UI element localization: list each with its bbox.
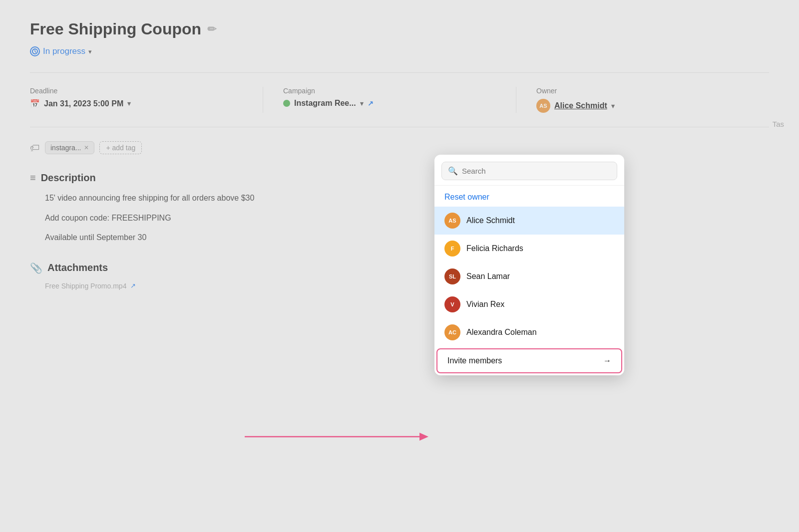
member-avatar: SL — [444, 268, 460, 284]
search-icon: 🔍 — [448, 166, 458, 176]
arrow-annotation — [245, 427, 434, 449]
member-item[interactable]: SL Sean Lamar — [434, 263, 624, 290]
member-name: Alice Schmidt — [466, 216, 515, 225]
member-item[interactable]: AS Alice Schmidt — [434, 207, 624, 235]
dropdown-search-area: 🔍 — [434, 155, 624, 186]
dropdown-overlay[interactable] — [0, 0, 799, 532]
member-name: Sean Lamar — [466, 272, 510, 281]
invite-members-button[interactable]: Invite members → — [436, 348, 622, 373]
member-avatar: F — [444, 241, 460, 257]
invite-arrow-icon: → — [603, 356, 611, 365]
member-item[interactable]: F Felicia Richards — [434, 235, 624, 263]
member-item[interactable]: AC Alexandra Coleman — [434, 318, 624, 346]
member-item[interactable]: V Vivian Rex — [434, 290, 624, 318]
invite-members-label: Invite members — [447, 356, 502, 365]
search-input[interactable] — [462, 167, 611, 175]
member-name: Alexandra Coleman — [466, 328, 537, 337]
members-list: AS Alice Schmidt F Felicia Richards SL S… — [434, 207, 624, 346]
member-avatar: V — [444, 296, 460, 312]
owner-dropdown: 🔍 Reset owner AS Alice Schmidt F Felicia… — [434, 155, 624, 375]
member-name: Felicia Richards — [466, 244, 523, 253]
member-avatar: AC — [444, 324, 460, 340]
main-content: Free Shipping Coupon ✏ In progress ▾ Dea… — [0, 0, 799, 532]
svg-marker-2 — [419, 433, 428, 441]
member-avatar: AS — [444, 213, 460, 229]
member-name: Vivian Rex — [466, 300, 504, 309]
reset-owner-button[interactable]: Reset owner — [434, 186, 624, 207]
search-wrapper: 🔍 — [441, 162, 617, 180]
